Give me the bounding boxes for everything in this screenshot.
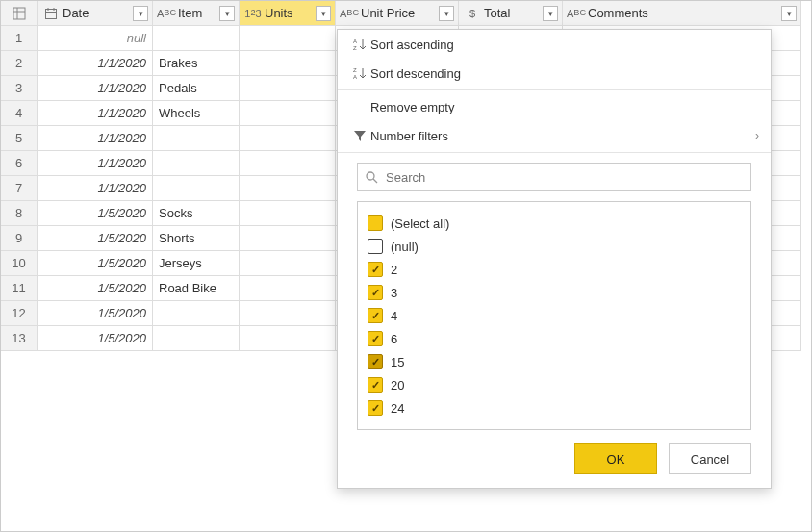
cell-date[interactable]: 1/5/2020 <box>38 301 153 326</box>
cell-item[interactable]: Socks <box>153 201 240 226</box>
cell-date[interactable]: 1/1/2020 <box>38 51 153 76</box>
checkbox-unchecked[interactable] <box>368 239 383 254</box>
column-filter-dropdown[interactable]: ▾ <box>439 6 454 21</box>
cell-item[interactable]: Wheels <box>153 101 240 126</box>
cell-date[interactable]: 1/1/2020 <box>38 76 153 101</box>
cell-date[interactable]: 1/5/2020 <box>38 201 153 226</box>
column-filter-dropdown[interactable]: ▾ <box>781 6 797 21</box>
cell-item[interactable] <box>153 151 240 176</box>
sort-asc-icon: AZ <box>349 38 370 51</box>
row-number[interactable]: 11 <box>1 276 38 301</box>
cell-date[interactable]: 1/1/2020 <box>38 176 153 201</box>
checkbox-checked[interactable]: ✓ <box>368 354 383 369</box>
filter-value-row[interactable]: ✓3 <box>368 281 741 304</box>
row-number[interactable]: 9 <box>1 226 38 251</box>
cell-date[interactable]: 1/5/2020 <box>38 276 153 301</box>
select-all-corner[interactable] <box>1 1 38 26</box>
filter-value-row[interactable]: ✓20 <box>368 373 741 396</box>
cell[interactable] <box>240 51 336 76</box>
cell-date[interactable]: 1/5/2020 <box>38 251 153 276</box>
cell[interactable] <box>240 301 336 326</box>
filter-value-row[interactable]: ✓2 <box>368 258 741 281</box>
row-number[interactable]: 10 <box>1 251 38 276</box>
cell-item[interactable] <box>153 126 240 151</box>
cell-item[interactable]: Brakes <box>153 51 240 76</box>
sort-descending-item[interactable]: ZA Sort descending <box>338 59 771 88</box>
row-number[interactable]: 2 <box>1 51 38 76</box>
column-header-total[interactable]: $ Total ▾ <box>459 1 563 26</box>
cell[interactable] <box>240 26 336 51</box>
menu-label: Sort descending <box>370 66 759 81</box>
column-header-item[interactable]: ABC Item ▾ <box>153 1 240 26</box>
select-all-row[interactable]: (Select all) <box>368 212 741 235</box>
column-header-date[interactable]: Date ▾ <box>38 1 153 26</box>
cell[interactable] <box>240 326 336 351</box>
column-header-comments[interactable]: ABC Comments ▾ <box>563 1 801 26</box>
cell-item[interactable]: Pedals <box>153 76 240 101</box>
search-icon <box>366 171 378 184</box>
cell-item[interactable] <box>153 26 240 51</box>
cell-item[interactable]: Jerseys <box>153 251 240 276</box>
cell-date[interactable]: 1/5/2020 <box>38 226 153 251</box>
row-number[interactable]: 12 <box>1 301 38 326</box>
checkbox-checked[interactable]: ✓ <box>368 285 383 300</box>
row-number[interactable]: 5 <box>1 126 38 151</box>
checkbox-checked[interactable]: ✓ <box>368 400 383 416</box>
cell-date[interactable]: 1/1/2020 <box>38 101 153 126</box>
column-header-units[interactable]: 123 Units ▾ <box>240 1 336 26</box>
cell-item[interactable]: Road Bike <box>153 276 240 301</box>
sort-ascending-item[interactable]: AZ Sort ascending <box>338 30 771 59</box>
checkbox-checked[interactable]: ✓ <box>368 308 383 323</box>
number-filters-item[interactable]: Number filters › <box>338 121 771 150</box>
menu-divider <box>338 152 771 153</box>
row-number[interactable]: 3 <box>1 76 38 101</box>
cell[interactable] <box>240 176 336 201</box>
cell-date[interactable]: null <box>38 26 153 51</box>
row-number[interactable]: 8 <box>1 201 38 226</box>
cancel-button[interactable]: Cancel <box>669 443 751 474</box>
ok-button[interactable]: OK <box>574 443 657 474</box>
cell-date[interactable]: 1/1/2020 <box>38 126 153 151</box>
checkbox-checked[interactable]: ✓ <box>368 331 383 346</box>
cell[interactable] <box>240 251 336 276</box>
search-box[interactable] <box>357 163 751 191</box>
check-label: (null) <box>391 240 419 254</box>
svg-rect-3 <box>46 9 57 18</box>
checkbox-checked[interactable]: ✓ <box>368 262 383 277</box>
cell-date[interactable]: 1/1/2020 <box>38 151 153 176</box>
checkbox-checked[interactable]: ✓ <box>368 377 383 393</box>
check-label: 15 <box>391 355 404 369</box>
checkbox-indeterminate[interactable] <box>368 215 383 231</box>
cell-item[interactable]: Shorts <box>153 226 240 251</box>
row-number[interactable]: 7 <box>1 176 38 201</box>
search-input[interactable] <box>384 169 743 186</box>
column-header-unit-price[interactable]: ABC Unit Price ▾ <box>336 1 459 26</box>
svg-point-14 <box>367 172 374 180</box>
row-number[interactable]: 1 <box>1 26 38 51</box>
cell-item[interactable] <box>153 326 240 351</box>
cell-item[interactable] <box>153 301 240 326</box>
filter-value-row[interactable]: ✓24 <box>368 396 741 419</box>
filter-value-row[interactable]: ✓6 <box>368 327 741 350</box>
cell[interactable] <box>240 226 336 251</box>
row-number[interactable]: 4 <box>1 101 38 126</box>
row-number[interactable]: 13 <box>1 326 38 351</box>
column-filter-dropdown[interactable]: ▾ <box>219 6 235 21</box>
remove-empty-item[interactable]: Remove empty <box>338 92 771 121</box>
cell[interactable] <box>240 151 336 176</box>
cell-date[interactable]: 1/5/2020 <box>38 326 153 351</box>
cell[interactable] <box>240 126 336 151</box>
cell[interactable] <box>240 201 336 226</box>
cell-item[interactable] <box>153 176 240 201</box>
filter-value-row[interactable]: ✓4 <box>368 304 741 327</box>
cell[interactable] <box>240 276 336 301</box>
cell[interactable] <box>240 101 336 126</box>
filter-value-row[interactable]: ✓15 <box>368 350 741 373</box>
svg-text:A: A <box>353 74 357 80</box>
column-filter-dropdown[interactable]: ▾ <box>316 6 331 21</box>
column-filter-dropdown[interactable]: ▾ <box>133 6 148 21</box>
row-number[interactable]: 6 <box>1 151 38 176</box>
cell[interactable] <box>240 76 336 101</box>
filter-value-null[interactable]: (null) <box>368 235 741 258</box>
column-filter-dropdown[interactable]: ▾ <box>543 6 558 21</box>
